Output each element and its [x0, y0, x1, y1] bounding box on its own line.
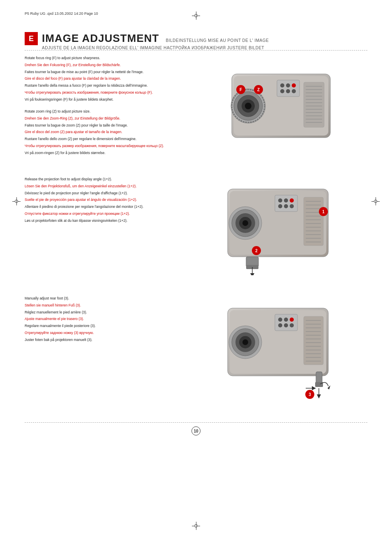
s3-p1-b1: Manually adjust rear foot (3).: [25, 296, 211, 301]
svg-text:1: 1: [322, 210, 325, 214]
dashed-line-bottom: [25, 422, 367, 423]
s1-p1-r3: Чтобы отрегулировать резкость изображени…: [25, 90, 211, 95]
s1-p2-r1: Drehen Sie den Zoom-Ring (Z), zur Einste…: [25, 116, 211, 121]
s3-p1-r3: Отрегулируйте заднюю ножку (3) вручную.: [25, 330, 211, 336]
text-column-2: Release the projection foot to adjust di…: [25, 177, 211, 283]
svg-marker-56: [250, 273, 254, 275]
svg-point-62: [278, 198, 282, 203]
section-letter: E: [29, 35, 34, 43]
svg-point-39: [242, 220, 248, 226]
svg-point-6: [245, 103, 251, 109]
svg-point-96: [278, 318, 282, 322]
s3-p1-r1: Stellen sie manuell hinteren Fuß (3).: [25, 303, 211, 308]
s2-p1-r1: Lösen Sie den Projektionsfuß, um den Anz…: [25, 184, 211, 189]
section-marker: E: [25, 32, 38, 45]
s1-p1-r1: Drehen Sie den Fokusring (F), zur Einste…: [25, 62, 211, 68]
svg-point-27: [280, 83, 284, 88]
s1-p2-b2: Faites tourner la bague de zoom (Z) pour…: [25, 123, 211, 128]
s1-p1-b2: Faites tourner la bague de mise au point…: [25, 69, 211, 75]
s2-p1-r3: Отпустите фиксатор ножки и отрегулируйте…: [25, 211, 211, 216]
s3-p1-b2: Réglez manuellement le pied arrière (3).: [25, 310, 211, 315]
svg-text:Z: Z: [257, 88, 260, 92]
s3-p1-b3: Regolare manualmente il piede posteriore…: [25, 323, 211, 329]
s2-p1-b3: Allentare il piedino di proiezione per r…: [25, 204, 211, 210]
svg-point-97: [284, 318, 288, 322]
s3-p1-b4: Juster foten bak på projektoren manuelt …: [25, 337, 211, 343]
title-area: IMAGE ADJUSTMENT BILDEINSTELLUNG MISE AU…: [42, 32, 367, 50]
content-section-3: Manually adjust rear foot (3). Stellen s…: [25, 296, 367, 411]
s1-p2-b4: Vri på zoom-ringen (Z) for å justere bil…: [25, 150, 211, 156]
subtitle2: ADJUSTE DE LA IMAGEN REGOLAZIONE ELL' IM…: [42, 46, 367, 50]
svg-point-31: [286, 89, 290, 93]
svg-text:F: F: [240, 88, 242, 92]
projector-svg-3: 3: [219, 296, 359, 403]
s1-p1-b4: Vri på foukseringsringen (F) for å juste…: [25, 97, 211, 102]
svg-point-100: [284, 323, 288, 327]
content-section-2: Release the projection foot to adjust di…: [25, 177, 367, 283]
s1-p2-r2: Gire el disco del zoom (Z) para ajustar …: [25, 129, 211, 135]
text-column-3: Manually adjust rear foot (3). Stellen s…: [25, 296, 211, 411]
s1-p2-b3: Ruotare l'anello dello zoom (Z) per rego…: [25, 136, 211, 142]
svg-rect-61: [275, 195, 297, 212]
svg-point-28: [286, 83, 290, 88]
svg-rect-26: [277, 80, 300, 97]
image-column-3: 3: [219, 296, 367, 411]
s2-p1-b1: Release the projection foot to adjust di…: [25, 177, 211, 182]
svg-point-98: [290, 318, 294, 322]
svg-point-32: [292, 89, 296, 93]
svg-point-30: [280, 89, 284, 93]
projector-svg-1: F Z: [219, 55, 359, 146]
svg-marker-94: [317, 394, 321, 398]
reg-mark-right: [371, 197, 380, 205]
content-section-1: Rotate focus ring (F) to adjust picture …: [25, 55, 367, 162]
svg-point-99: [278, 323, 282, 327]
svg-point-74: [242, 339, 248, 345]
s2-p1-b2: Dévissez le pied de projection pour régl…: [25, 191, 211, 196]
reg-mark-left: [12, 197, 21, 205]
svg-text:2: 2: [255, 249, 258, 253]
svg-point-65: [278, 204, 282, 208]
page-number: 10: [191, 426, 201, 435]
s1-p1-b3: Ruotare l'anello della messa a fuoco (F)…: [25, 83, 211, 88]
svg-point-63: [284, 198, 288, 203]
main-title: IMAGE ADJUSTMENT: [42, 32, 159, 44]
page-number-container: 10: [191, 426, 201, 435]
reg-mark-top: [192, 12, 200, 20]
subtitle1: BILDEINSTELLUNG MISE AU POINT DE L' IMAG…: [166, 38, 269, 43]
svg-marker-91: [312, 386, 316, 390]
svg-point-64: [290, 198, 294, 203]
svg-point-101: [290, 323, 294, 327]
svg-point-67: [290, 204, 294, 208]
svg-text:3: 3: [309, 392, 311, 397]
header-text: P5 Ruby UG .qxd 13.05.2002 14:20 Page 10: [25, 12, 98, 16]
s1-p1-r2: Gire el disco del foco (F) para ajustar …: [25, 76, 211, 81]
svg-rect-9: [304, 82, 324, 127]
projector-svg-2: 1 2: [219, 177, 359, 275]
s1-p1-b1: Rotate focus ring (F) to adjust picture …: [25, 55, 211, 61]
svg-point-66: [284, 204, 288, 208]
image-column-2: 1 2: [219, 177, 367, 283]
s2-p1-b4: Løs ut projektorfoten slik at du kan til…: [25, 218, 211, 223]
svg-rect-95: [275, 314, 297, 331]
s3-p1-r2: Ajuste manualmente el pie trasero (3).: [25, 316, 211, 322]
s1-p2-b1: Rotate zoom ring (Z) to adjust picture s…: [25, 109, 211, 114]
reg-mark-bottom: [192, 522, 200, 530]
svg-point-29: [292, 83, 296, 88]
s2-p1-r2: Suelte el pie de proyección para ajustar…: [25, 197, 211, 203]
s1-p2-r3: Чтобы отрегулировать размер изображения,…: [25, 143, 211, 149]
image-column-1: F Z: [219, 55, 367, 162]
text-column-1: Rotate focus ring (F) to adjust picture …: [25, 55, 211, 162]
dashed-line-top: [25, 50, 367, 51]
